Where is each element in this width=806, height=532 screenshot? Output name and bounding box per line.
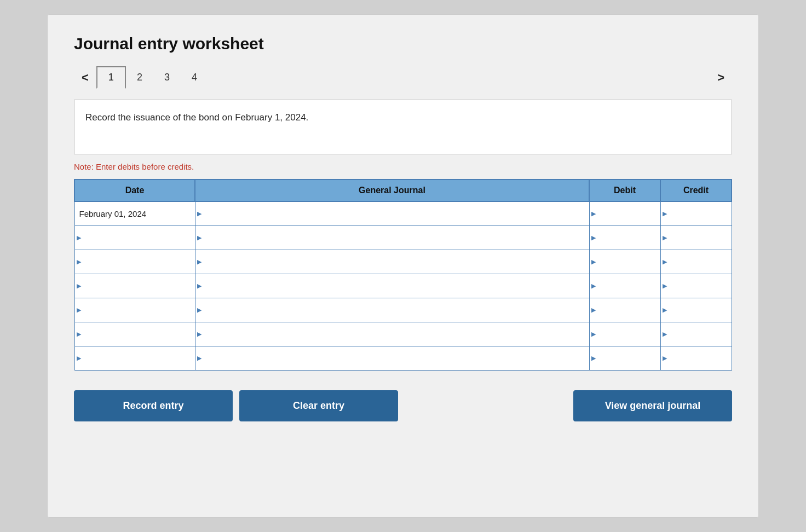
credit-input-3[interactable]: [671, 274, 727, 298]
journal-input-3[interactable]: [205, 274, 585, 298]
view-journal-button[interactable]: View general journal: [573, 390, 732, 421]
journal-input-4[interactable]: [205, 298, 585, 322]
nav-prev-arrow[interactable]: <: [74, 71, 96, 85]
credit-input-4[interactable]: [671, 298, 727, 322]
debit-input-4[interactable]: [600, 298, 656, 322]
debit-cell-6: [589, 346, 660, 370]
table-row: [74, 298, 732, 322]
tab-4[interactable]: 4: [181, 67, 208, 88]
credit-cell-6: [660, 346, 732, 370]
date-cell-0: February 01, 2024: [74, 201, 195, 225]
date-cell-4: [74, 298, 195, 322]
date-cell-5: [74, 322, 195, 346]
tab-2[interactable]: 2: [126, 67, 153, 88]
debit-input-6[interactable]: [600, 346, 656, 370]
date-input-3[interactable]: [79, 274, 191, 298]
header-journal: General Journal: [195, 180, 589, 201]
journal-cell-1: [195, 225, 589, 250]
date-input-2[interactable]: [79, 250, 191, 274]
credit-cell-0: [660, 201, 732, 225]
instruction-box: Record the issuance of the bond on Febru…: [74, 100, 732, 154]
debit-input-2[interactable]: [600, 250, 656, 274]
debit-cell-4: [589, 298, 660, 322]
tab-3[interactable]: 3: [153, 67, 181, 88]
date-input-1[interactable]: [79, 226, 191, 250]
page-title: Journal entry worksheet: [74, 34, 732, 53]
table-row: [74, 322, 732, 346]
journal-input-1[interactable]: [205, 226, 585, 250]
credit-input-2[interactable]: [671, 250, 727, 274]
credit-input-1[interactable]: [671, 226, 727, 250]
debit-input-1[interactable]: [600, 226, 656, 250]
buttons-row: Record entry Clear entry View general jo…: [74, 390, 732, 421]
journal-cell-3: [195, 274, 589, 298]
date-input-5[interactable]: [79, 322, 191, 346]
debit-cell-1: [589, 225, 660, 250]
header-date: Date: [74, 180, 195, 201]
debit-cell-0: [589, 201, 660, 225]
table-row: [74, 346, 732, 370]
credit-cell-2: [660, 250, 732, 274]
tabs-row: < 1 2 3 4 >: [74, 66, 732, 89]
nav-next-arrow[interactable]: >: [710, 71, 732, 85]
header-credit: Credit: [660, 180, 732, 201]
journal-input-6[interactable]: [205, 346, 585, 370]
journal-input-5[interactable]: [205, 322, 585, 346]
debit-input-0[interactable]: [600, 202, 656, 225]
debit-input-5[interactable]: [600, 322, 656, 346]
clear-entry-button[interactable]: Clear entry: [239, 390, 398, 421]
credit-cell-3: [660, 274, 732, 298]
table-row: February 01, 2024: [74, 201, 732, 225]
journal-cell-2: [195, 250, 589, 274]
journal-table: Date General Journal Debit Credit Februa…: [74, 179, 732, 371]
record-entry-button[interactable]: Record entry: [74, 390, 233, 421]
date-cell-3: [74, 274, 195, 298]
credit-cell-1: [660, 225, 732, 250]
worksheet-container: Journal entry worksheet < 1 2 3 4 > Reco…: [47, 14, 759, 518]
tab-1[interactable]: 1: [96, 66, 126, 89]
credit-input-0[interactable]: [671, 202, 727, 225]
note-text: Note: Enter debits before credits.: [74, 162, 732, 171]
debit-cell-5: [589, 322, 660, 346]
date-cell-6: [74, 346, 195, 370]
credit-input-6[interactable]: [671, 346, 727, 370]
table-row: [74, 274, 732, 298]
date-cell-2: [74, 250, 195, 274]
date-input-4[interactable]: [79, 298, 191, 322]
journal-cell-6: [195, 346, 589, 370]
debit-input-3[interactable]: [600, 274, 656, 298]
credit-input-5[interactable]: [671, 322, 727, 346]
credit-cell-5: [660, 322, 732, 346]
debit-cell-3: [589, 274, 660, 298]
journal-cell-5: [195, 322, 589, 346]
table-row: [74, 250, 732, 274]
instruction-text: Record the issuance of the bond on Febru…: [85, 112, 308, 123]
table-row: [74, 225, 732, 250]
header-debit: Debit: [589, 180, 660, 201]
journal-input-2[interactable]: [205, 250, 585, 274]
journal-cell-4: [195, 298, 589, 322]
credit-cell-4: [660, 298, 732, 322]
journal-cell-0: [195, 201, 589, 225]
journal-input-0[interactable]: [205, 202, 585, 225]
debit-cell-2: [589, 250, 660, 274]
date-input-6[interactable]: [79, 346, 191, 370]
date-cell-1: [74, 225, 195, 250]
